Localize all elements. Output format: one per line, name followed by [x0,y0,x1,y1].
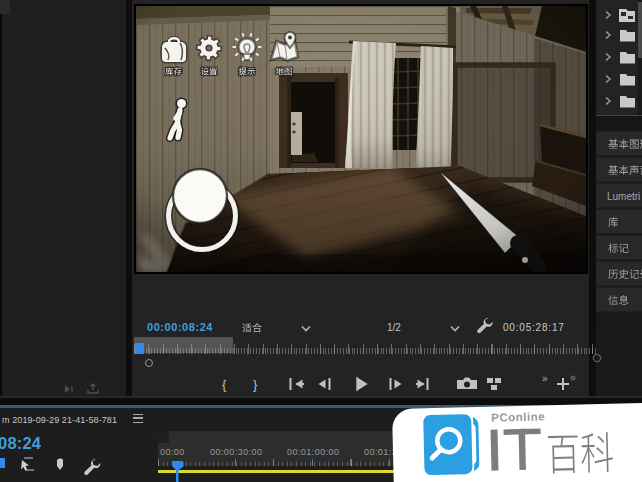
svg-text:Lumetri: Lumetri [607,191,640,202]
